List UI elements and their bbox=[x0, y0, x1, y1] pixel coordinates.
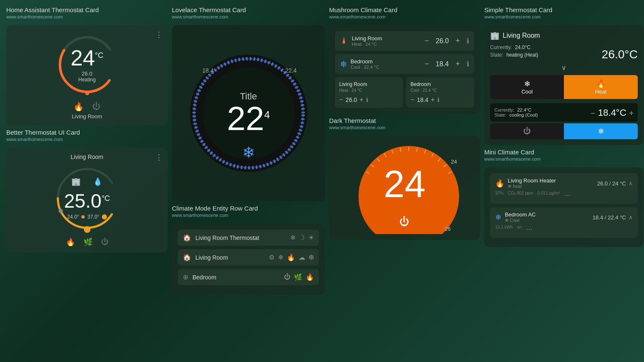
simple-thermostat-url: www.smarthomescene.com bbox=[484, 14, 644, 19]
mushroom-living-minus[interactable]: − bbox=[422, 36, 432, 46]
mushroom-bedroom-name: Bedroom bbox=[351, 58, 422, 65]
lovelace-circle: 18.4 22.4 Title 224 ❄ bbox=[186, 50, 312, 176]
simple-set-temp-1: 26.0°C bbox=[602, 44, 638, 62]
mushroom-bedroom-minus[interactable]: − bbox=[422, 59, 432, 69]
mushroom-bedroom-info-icon[interactable]: ℹ bbox=[467, 60, 469, 68]
mini-climate-item-1: 🔥 Living Room Heater ❄ heat 26.0 / 24 °C… bbox=[490, 173, 638, 204]
mini-bedroom-sub: Cool · 22.4 °C bbox=[410, 88, 470, 93]
ac-icon-mini: ❄ bbox=[495, 213, 501, 222]
cool-button[interactable]: ❄ Cool bbox=[490, 75, 564, 99]
expand-btn-2[interactable]: ∧ bbox=[628, 214, 633, 221]
mini-living-sub: Heat · 24 °C bbox=[339, 88, 399, 93]
mushroom-living-controls: − 26.0 + ℹ bbox=[422, 36, 469, 46]
snowflake-icon-1[interactable]: ❄ bbox=[290, 234, 296, 242]
mushroom-row-bedroom: ❄ Bedroom Cool · 22.4 °C − 18.4 + ℹ bbox=[335, 54, 474, 74]
cool-icon[interactable]: ❆ bbox=[309, 253, 314, 261]
lovelace-temp-high: 22.4 bbox=[285, 67, 296, 74]
lovelace-snowflake-icon[interactable]: ❄ bbox=[242, 144, 255, 161]
climate-row-2: 🏠 Living Room ⚙ ❄ 🔥 ☁ ❆ bbox=[178, 249, 319, 266]
mini-item-2-header: ❄ Bedroom AC ❄ Cool 18.4 / 22.4 °C ∧ bbox=[495, 211, 633, 223]
simple-header: 🏢 Living Room bbox=[490, 31, 638, 40]
column-3: Mushroom Climate Card www.smarthomescene… bbox=[329, 6, 480, 294]
mini-bedroom-minus[interactable]: − bbox=[410, 96, 414, 104]
lovelace-url: www.smarthomescene.com bbox=[172, 14, 325, 19]
climate-row-2-label: Living Room bbox=[195, 254, 228, 261]
cool-button-2[interactable]: ❄ bbox=[564, 123, 638, 139]
mushroom-mini-grid: Living Room Heat · 24 °C − 26.0 + ℹ Bedr… bbox=[335, 77, 474, 108]
mushroom-bedroom-info: Bedroom Cool · 22.4 °C bbox=[351, 58, 422, 70]
svg-point-6 bbox=[59, 209, 63, 213]
mushroom-climate-card: 🌡 Living Room Heat · 24 °C − 26.0 + ℹ ❄ bbox=[329, 25, 480, 114]
home-icon-2: 🏠 bbox=[183, 253, 191, 261]
mushroom-living-plus[interactable]: + bbox=[453, 36, 462, 46]
dark-thermostat-inner: 24 bbox=[384, 163, 426, 206]
mini-bedroom-name: Bedroom bbox=[410, 81, 470, 87]
ha-thermostat-title: Home Assistant Thermostat Card bbox=[6, 6, 168, 13]
fan-icon[interactable]: ☁ bbox=[299, 253, 305, 261]
state-label-1: State: heating (Heat) bbox=[490, 52, 538, 58]
power-icon-3[interactable]: ⏻ bbox=[284, 273, 291, 281]
climate-row-1: 🏠 Living Room Thermostat ❄ ☽ ☀ bbox=[178, 229, 319, 246]
dark-power-button[interactable]: ⏻ bbox=[396, 213, 413, 230]
mini-living-controls: − 26.0 + ℹ bbox=[339, 96, 399, 104]
mushroom-living-name: Living Room bbox=[352, 35, 422, 42]
target-icon: ⊕ bbox=[183, 273, 188, 281]
mini-item-2-name: Bedroom AC bbox=[505, 211, 536, 218]
mini-living-icon[interactable]: ℹ bbox=[366, 96, 368, 103]
mushroom-bedroom-plus[interactable]: + bbox=[453, 59, 462, 69]
ha-thermostat-url: www.smarthomescene.com bbox=[6, 14, 168, 19]
expand-btn-1[interactable]: ∧ bbox=[628, 180, 633, 187]
fire-icon-3[interactable]: 🔥 bbox=[306, 273, 314, 281]
simple-btn-row-2: ⏻ ❄ bbox=[490, 123, 638, 139]
mushroom-bedroom-controls: − 18.4 + ℹ bbox=[422, 59, 469, 69]
mushroom-bedroom-val: 18.4 bbox=[436, 60, 449, 68]
mini-bedroom-plus[interactable]: + bbox=[431, 96, 435, 104]
more-btn-2[interactable]: ··· bbox=[526, 225, 532, 234]
better-current-temp: 25.0°C bbox=[64, 190, 110, 212]
mini-living-plus[interactable]: + bbox=[360, 96, 364, 104]
home-icon-1: 🏠 bbox=[183, 234, 191, 242]
fire-icon-mini: 🔥 bbox=[495, 179, 504, 188]
more-btn-1[interactable]: ··· bbox=[564, 191, 570, 200]
ha-fire-icon[interactable]: 🔥 bbox=[73, 102, 84, 112]
lovelace-temp-low: 18.4 bbox=[203, 67, 214, 74]
moon-icon[interactable]: ☽ bbox=[299, 234, 305, 242]
chevron-down-1[interactable]: ∨ bbox=[490, 64, 638, 72]
lovelace-thermostat-card: 18.4 22.4 Title 224 ❄ bbox=[172, 25, 325, 201]
better-power-icon[interactable]: ⏻ bbox=[101, 237, 109, 247]
detail-2a: 13.1 kWh bbox=[495, 225, 513, 234]
leaf-icon-3[interactable]: 🌿 bbox=[294, 273, 302, 281]
climate-row-1-icons: ❄ ☽ ☀ bbox=[290, 234, 314, 242]
svg-point-2 bbox=[85, 91, 89, 95]
heat-button[interactable]: 🔥 Heat bbox=[564, 75, 638, 99]
mini-item-1-mode: ❄ heat bbox=[508, 184, 556, 189]
ha-icons-row: 🔥 ⏻ bbox=[12, 102, 162, 112]
better-leaf-icon[interactable]: 🌿 bbox=[83, 237, 93, 247]
mushroom-title: Mushroom Climate Card bbox=[329, 6, 480, 13]
power-button-2[interactable]: ⏻ bbox=[490, 123, 564, 139]
dark-thermostat-circle: 24 24 26 ⏻ bbox=[346, 142, 463, 234]
state-label-2: State: cooling (Cool) bbox=[494, 112, 538, 117]
mini-item-1-name: Living Room Heater bbox=[508, 177, 556, 184]
climate-row-3-left: ⊕ Bedroom bbox=[183, 273, 216, 281]
column-2: Lovelace Thermostat Card www.smarthomesc… bbox=[172, 6, 325, 294]
simple-labels-2: Currently: 22.4°C State: cooling (Cool) bbox=[494, 107, 538, 117]
dark-thermostat-url: www.smarthomescene.com bbox=[329, 125, 480, 130]
better-thermostat-url: www.smarthomescene.com bbox=[6, 137, 168, 142]
simple-thermostat-card: 🏢 Living Room Currently: 24.0°C State: h… bbox=[484, 25, 644, 145]
mini-living-val: 26.0 bbox=[345, 96, 357, 103]
better-card-menu[interactable]: ⋮ bbox=[155, 153, 163, 162]
mini-bedroom-icon[interactable]: ℹ bbox=[437, 96, 439, 103]
mushroom-living-info-icon[interactable]: ℹ bbox=[467, 37, 469, 45]
mushroom-row-living: 🌡 Living Room Heat · 24 °C − 26.0 + ℹ bbox=[335, 31, 474, 51]
mini-living-minus[interactable]: − bbox=[339, 96, 343, 104]
ha-power-icon[interactable]: ⏻ bbox=[92, 102, 101, 112]
gear-icon[interactable]: ⚙ bbox=[269, 253, 275, 261]
lovelace-inner: Title 224 bbox=[227, 91, 270, 135]
sun-icon[interactable]: ☀ bbox=[308, 234, 314, 242]
fire-icon-2[interactable]: 🔥 bbox=[287, 253, 295, 261]
dark-temp-low-label: 26 bbox=[445, 226, 451, 232]
better-fire-icon[interactable]: 🔥 bbox=[66, 237, 75, 247]
snowflake-icon-2[interactable]: ❄ bbox=[278, 253, 283, 261]
mini-climate-url: www.smarthomescene.com bbox=[484, 156, 644, 161]
